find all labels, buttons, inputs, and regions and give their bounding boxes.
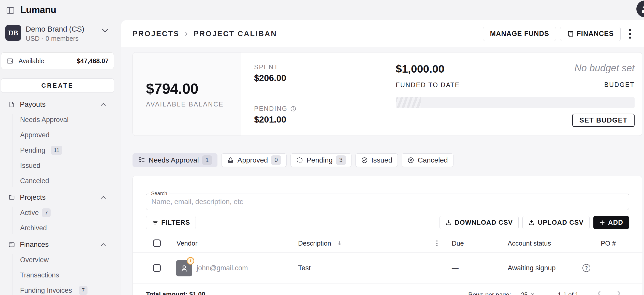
tab-needs-approval[interactable]: Needs Approval 1 (133, 153, 217, 167)
stamp-icon (227, 157, 234, 164)
pending-info-flag-icon: i (187, 257, 194, 265)
row-description: Test (298, 264, 311, 272)
download-icon (445, 219, 452, 226)
filters-button[interactable]: FILTERS (146, 216, 196, 229)
sidebar-section-payouts[interactable]: Payouts (0, 97, 121, 112)
select-all-checkbox[interactable] (153, 239, 161, 247)
plus-icon (599, 220, 605, 226)
count-badge: 7 (79, 286, 87, 295)
create-button[interactable]: CREATE (1, 78, 114, 93)
available-balance-card[interactable]: Available $47,468.07 (1, 52, 114, 69)
table-header-row: Vendor Description Due Account status PO… (133, 235, 642, 252)
next-page-button[interactable] (615, 290, 623, 295)
row-account-status: Awaiting signup (508, 264, 556, 272)
column-header-due[interactable]: Due (452, 239, 464, 247)
count-badge: 11 (51, 146, 62, 155)
sidebar-section-projects[interactable]: Projects (0, 190, 121, 205)
sidebar-item-active[interactable]: Active7 (0, 205, 121, 220)
manage-funds-button[interactable]: MANAGE FUNDS (483, 27, 556, 41)
spent-label: SPENT (254, 63, 388, 71)
chevron-up-icon (100, 243, 106, 247)
funded-value: $1,000.00 (396, 63, 460, 75)
payouts-table-card: Search FILTERS DOWNLOAD CSV (133, 176, 642, 295)
sidebar-item-approved[interactable]: Approved (0, 127, 121, 143)
filter-icon (152, 219, 158, 226)
app-logo[interactable]: Lumanu (20, 5, 56, 15)
table-footer: Total amount: $1.00 Rows per page: 25 1-… (133, 289, 642, 295)
brand-name: Demo Brand (CS) (26, 25, 84, 33)
tab-approved[interactable]: Approved 0 (221, 153, 287, 167)
chevron-up-icon (100, 195, 106, 199)
add-button[interactable]: ADD (593, 216, 629, 229)
sidebar-item-pending[interactable]: Pending11 (0, 143, 121, 158)
vendor-email: john@gmail.com (197, 264, 248, 272)
chevron-up-icon (100, 102, 106, 106)
tab-canceled[interactable]: Canceled (402, 153, 453, 167)
chevron-down-icon[interactable] (101, 28, 109, 33)
search-input[interactable] (146, 194, 629, 210)
tab-badge: 0 (271, 155, 281, 165)
sort-arrow-icon[interactable] (336, 240, 343, 247)
tab-pending[interactable]: Pending 3 (290, 153, 352, 167)
pending-value: $201.00 (254, 114, 388, 125)
row-checkbox[interactable] (153, 264, 161, 272)
top-bar: Lumanu (0, 0, 644, 20)
info-icon[interactable] (290, 105, 297, 112)
budget-value: No budget set (574, 63, 635, 74)
brand-avatar[interactable]: DB (5, 25, 21, 41)
column-header-description[interactable]: Description (298, 239, 331, 247)
sidebar-item-issued[interactable]: Issued (0, 158, 121, 173)
project-stats-card: $794.00 AVAILABLE BALANCE SPENT $206.00 … (133, 52, 642, 136)
column-header-vendor[interactable]: Vendor (177, 239, 197, 247)
pending-label: PENDING (254, 105, 287, 112)
chevron-right-icon (184, 31, 189, 37)
upload-csv-button[interactable]: UPLOAD CSV (522, 216, 589, 229)
sidebar-item-overview[interactable]: Overview (0, 252, 121, 267)
budget-progress-fill (396, 97, 421, 108)
sidebar: DB Demo Brand (CS) USD · 0 members Avail… (0, 20, 121, 295)
sidebar-item-funding-invoices[interactable]: Funding Invoices7 (0, 283, 121, 295)
column-header-po[interactable]: PO # (601, 239, 616, 247)
caret-down-icon[interactable] (530, 292, 535, 295)
more-options-button[interactable] (625, 27, 635, 41)
previous-page-button[interactable] (595, 290, 603, 295)
wallet-icon (6, 57, 13, 64)
total-amount: Total amount: $1.00 (146, 291, 205, 295)
breadcrumb-current: PROJECT CALIBAN (194, 30, 277, 38)
sidebar-toggle-icon[interactable] (6, 7, 15, 14)
help-icon[interactable]: ? (582, 264, 590, 272)
sidebar-item-transactions[interactable]: Transactions (0, 267, 121, 283)
set-budget-button[interactable]: SET BUDGET (572, 114, 635, 127)
table-row[interactable]: i john@gmail.com Test — Awaiting signup … (133, 252, 642, 284)
sidebar-item-canceled[interactable]: Canceled (0, 173, 121, 189)
tab-badge: 3 (336, 155, 346, 165)
available-amount: $47,468.07 (77, 57, 109, 65)
pagination-range: 1-1 of 1 (558, 291, 578, 295)
funded-label: FUNDED TO DATE (396, 81, 460, 89)
sidebar-nav: Payouts Needs Approval Approved Pending1… (0, 97, 121, 295)
budget-label: BUDGET (574, 81, 635, 88)
sidebar-item-archived[interactable]: Archived (0, 220, 121, 236)
sidebar-section-finances[interactable]: Finances (0, 237, 121, 252)
breadcrumb: PROJECTS PROJECT CALIBAN (133, 30, 277, 38)
spent-panel: SPENT $206.00 (241, 52, 388, 94)
finances-button[interactable]: FINANCES (560, 27, 621, 41)
payout-status-tabs: Needs Approval 1 Approved 0 Pending 3 Is… (133, 153, 453, 167)
available-balance-panel: $794.00 AVAILABLE BALANCE (133, 52, 241, 136)
count-badge: 7 (42, 208, 51, 217)
column-header-account-status[interactable]: Account status (508, 239, 551, 247)
user-avatar[interactable] (636, 1, 644, 17)
check-circle-icon (361, 157, 368, 164)
breadcrumb-projects[interactable]: PROJECTS (133, 30, 179, 38)
tab-issued[interactable]: Issued (355, 153, 398, 167)
rows-per-page-select[interactable]: 25 (521, 291, 528, 295)
wallet-icon (8, 241, 15, 248)
spent-value: $206.00 (254, 73, 388, 83)
available-label: Available (19, 57, 44, 65)
column-menu-icon[interactable] (436, 239, 438, 247)
rows-per-page-label: Rows per page: (468, 291, 511, 295)
sidebar-item-needs-approval[interactable]: Needs Approval (0, 112, 121, 127)
checklist-icon (138, 157, 145, 164)
folder-icon (8, 194, 15, 201)
download-csv-button[interactable]: DOWNLOAD CSV (440, 216, 519, 229)
